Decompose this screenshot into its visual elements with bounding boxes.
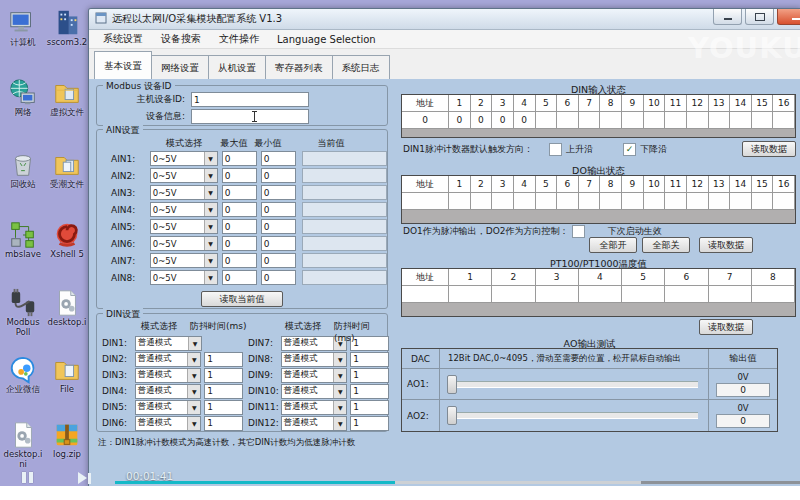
maximize-icon bbox=[755, 13, 765, 21]
menu-language-selection[interactable]: Language Selection bbox=[268, 34, 385, 45]
desktop-icon-folder-1[interactable]: 虚拟文件 bbox=[45, 78, 89, 118]
din6-mode-select[interactable]: 普通模式▼ bbox=[135, 416, 202, 431]
do-read-data-button[interactable]: 读取数据 bbox=[699, 237, 753, 253]
ao1-slider-thumb[interactable] bbox=[447, 375, 457, 394]
din6-time-input[interactable]: 1 bbox=[204, 416, 243, 431]
menu-system-settings[interactable]: 系统设置 bbox=[94, 32, 152, 46]
desktop-icon-log-zip[interactable]: log.zip bbox=[45, 420, 89, 460]
selected-value: 普通模式 bbox=[284, 385, 318, 397]
din2-time-input[interactable]: 1 bbox=[204, 352, 243, 367]
ain8-max-input[interactable]: 0 bbox=[222, 270, 257, 285]
td-addr bbox=[402, 286, 449, 302]
tab-network-settings[interactable]: 网络设置 bbox=[152, 55, 209, 80]
falling-edge-checkbox[interactable]: ✓ bbox=[623, 143, 636, 156]
desktop-icon-wechat-work[interactable]: 企业微信 bbox=[1, 355, 45, 395]
close-button[interactable] bbox=[777, 9, 800, 25]
din9-time-input[interactable]: 1 bbox=[350, 368, 389, 383]
ain7-max-input[interactable]: 0 bbox=[222, 253, 257, 268]
din-read-data-button[interactable]: 读取数据 bbox=[742, 141, 796, 157]
ain2-min-input[interactable]: 0 bbox=[261, 168, 296, 183]
window-titlebar[interactable]: 远程以太网I/O采集模块配置系统 V1.3 bbox=[89, 9, 800, 30]
ain5-max-input[interactable]: 0 bbox=[222, 219, 257, 234]
desktop-icon-computer[interactable]: 计算机 bbox=[1, 8, 45, 48]
ain1-max-input[interactable]: 0 bbox=[222, 151, 257, 166]
ain6-max-input[interactable]: 0 bbox=[222, 236, 257, 251]
th-addr: 地址 bbox=[402, 269, 449, 285]
desktop-icon-network[interactable]: 网络 bbox=[1, 78, 45, 118]
all-on-button[interactable]: 全部开 bbox=[589, 237, 637, 253]
ain8-min-input[interactable]: 0 bbox=[261, 270, 296, 285]
ain1-mode-select[interactable]: 0~5V▼ bbox=[150, 151, 218, 166]
desktop-icon-recycle-bin[interactable]: 回收站 bbox=[1, 150, 45, 190]
din11-mode-select[interactable]: 普通模式▼ bbox=[281, 400, 348, 415]
pause-icon bbox=[29, 472, 33, 483]
ao1-slider-track[interactable] bbox=[448, 381, 698, 388]
ain4-mode-select[interactable]: 0~5V▼ bbox=[150, 202, 218, 217]
ain4-min-input[interactable]: 0 bbox=[261, 202, 296, 217]
menu-file-operations[interactable]: 文件操作 bbox=[210, 32, 268, 46]
pt-read-data-button[interactable]: 读取数据 bbox=[699, 319, 753, 335]
ain2-max-input[interactable]: 0 bbox=[222, 168, 257, 183]
menu-device-search[interactable]: 设备搜索 bbox=[152, 32, 210, 46]
ain7-mode-select[interactable]: 0~5V▼ bbox=[150, 253, 218, 268]
din5-time-input[interactable]: 1 bbox=[204, 400, 243, 415]
progress-bar[interactable] bbox=[115, 481, 800, 484]
din9-mode-select[interactable]: 普通模式▼ bbox=[281, 368, 348, 383]
ain6-mode-select[interactable]: 0~5V▼ bbox=[150, 236, 218, 251]
din8-mode-select[interactable]: 普通模式▼ bbox=[281, 352, 348, 367]
din10-time-input[interactable]: 1 bbox=[350, 384, 389, 399]
tab-basic-settings[interactable]: 基本设置 bbox=[94, 51, 152, 80]
ain7-min-input[interactable]: 0 bbox=[261, 253, 296, 268]
din4-mode-select[interactable]: 普通模式▼ bbox=[135, 384, 202, 399]
ain5-min-input[interactable]: 0 bbox=[261, 219, 296, 234]
all-off-button[interactable]: 全部关 bbox=[642, 237, 690, 253]
desktop-icon-mbslave[interactable]: mbslave bbox=[1, 220, 45, 260]
do-pulse-checkbox[interactable] bbox=[572, 225, 585, 238]
ain3-min-input[interactable]: 0 bbox=[261, 185, 296, 200]
maximize-button[interactable] bbox=[745, 9, 774, 25]
tab-slave-settings[interactable]: 从机设置 bbox=[209, 55, 266, 80]
ain4-max-input[interactable]: 0 bbox=[222, 202, 257, 217]
desktop-icon-sscom[interactable]: sscom3.2 bbox=[45, 8, 89, 48]
din12-mode-select[interactable]: 普通模式▼ bbox=[281, 416, 348, 431]
din3-time-input[interactable]: 1 bbox=[204, 368, 243, 383]
ain3-max-input[interactable]: 0 bbox=[222, 185, 257, 200]
ain1-min-input[interactable]: 0 bbox=[261, 151, 296, 166]
th-cell: 7 bbox=[579, 176, 601, 192]
tab-content-basic: Modbus 设备ID 主机设备ID: 1 设备信息: AIN设置 模式选择 最… bbox=[89, 79, 800, 487]
din1-mode-select[interactable]: 普通模式▼ bbox=[135, 336, 202, 351]
ain3-mode-select[interactable]: 0~5V▼ bbox=[150, 185, 218, 200]
ain8-mode-select[interactable]: 0~5V▼ bbox=[150, 270, 218, 285]
ao2-slider-thumb[interactable] bbox=[447, 406, 457, 425]
read-current-value-button[interactable]: 读取当前值 bbox=[201, 291, 283, 307]
ain6-min-input[interactable]: 0 bbox=[261, 236, 296, 251]
ain2-mode-select[interactable]: 0~5V▼ bbox=[150, 168, 218, 183]
desktop-icon-xshell[interactable]: Xshell 5 bbox=[45, 220, 89, 260]
desktop-icon-desktop-ini-1[interactable]: desktop.i bbox=[45, 288, 89, 328]
pause-button[interactable] bbox=[22, 472, 33, 483]
din8-time-input[interactable]: 1 bbox=[350, 352, 389, 367]
desktop-icon-modbus-poll[interactable]: Modbus Poll bbox=[1, 288, 45, 338]
ain-row: AIN4: 0~5V▼ 0 0 bbox=[97, 201, 387, 218]
din3-mode-select[interactable]: 普通模式▼ bbox=[135, 368, 202, 383]
next-button[interactable] bbox=[78, 472, 91, 484]
ao2-slider-track[interactable] bbox=[448, 412, 698, 419]
desktop-icon-folder-2[interactable]: 受潮文件 bbox=[45, 150, 89, 190]
din4-time-input[interactable]: 1 bbox=[204, 384, 243, 399]
td-cell bbox=[471, 193, 493, 209]
tab-system-log[interactable]: 系统日志 bbox=[333, 55, 390, 80]
din12-time-input[interactable]: 1 bbox=[350, 416, 389, 431]
din2-mode-select[interactable]: 普通模式▼ bbox=[135, 352, 202, 367]
tab-register-list[interactable]: 寄存器列表 bbox=[266, 55, 333, 80]
din5-mode-select[interactable]: 普通模式▼ bbox=[135, 400, 202, 415]
device-info-input[interactable] bbox=[191, 109, 309, 124]
rising-edge-checkbox[interactable] bbox=[549, 143, 562, 156]
desktop-icon-file-folder[interactable]: File bbox=[45, 355, 89, 395]
host-id-input[interactable]: 1 bbox=[191, 92, 309, 107]
ain5-mode-select[interactable]: 0~5V▼ bbox=[150, 219, 218, 234]
chevron-down-icon: ▼ bbox=[333, 369, 346, 382]
minimize-button[interactable] bbox=[713, 9, 742, 25]
desktop-icon-desktop-ini-2[interactable]: desktop.ini bbox=[1, 420, 45, 470]
din11-time-input[interactable]: 1 bbox=[350, 400, 389, 415]
din10-mode-select[interactable]: 普通模式▼ bbox=[281, 384, 348, 399]
